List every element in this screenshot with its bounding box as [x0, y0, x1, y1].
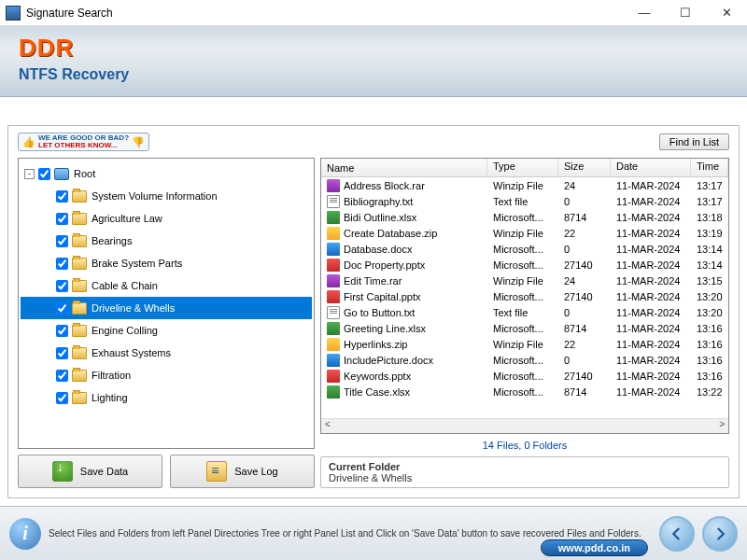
file-time: 13:16 [691, 323, 728, 334]
thumb-down-icon: 👎 [132, 137, 145, 147]
list-row[interactable]: Doc Property.pptxMicrosoft...2714011-MAR… [321, 257, 728, 273]
file-name: Keywords.pptx [344, 371, 411, 382]
minimize-button[interactable]: — [624, 0, 665, 26]
file-date: 11-MAR-2024 [611, 339, 691, 350]
maximize-button[interactable]: ☐ [665, 0, 706, 26]
file-type: Microsoft... [487, 323, 558, 334]
tree-item[interactable]: System Volume Information [21, 185, 312, 207]
tree-item[interactable]: Agriculture Law [21, 207, 312, 230]
tree-checkbox[interactable] [56, 235, 68, 247]
file-date: 11-MAR-2024 [611, 371, 691, 382]
file-size: 27140 [558, 371, 611, 382]
tree-item-label: Exhaust Systems [92, 347, 171, 358]
tree-checkbox[interactable] [56, 213, 68, 225]
feedback-badge[interactable]: 👍 WE ARE GOOD OR BAD? LET OTHERS KNOW...… [18, 133, 149, 151]
tree-checkbox[interactable] [56, 325, 68, 337]
list-row[interactable]: Address Block.rarWinzip File2411-MAR-202… [321, 177, 728, 193]
list-row[interactable]: Keywords.pptxMicrosoft...2714011-MAR-202… [321, 368, 728, 384]
file-type: Microsoft... [487, 355, 558, 366]
right-panel: Name Type Size Date Time Address Block.r… [320, 158, 729, 488]
file-type: Winzip File [487, 275, 558, 287]
nav-prev-button[interactable] [659, 516, 695, 552]
collapse-icon[interactable]: - [24, 169, 35, 179]
tree-checkbox[interactable] [56, 347, 68, 359]
list-row[interactable]: Bibliography.txtText file011-MAR-202413:… [321, 193, 728, 209]
save-log-button[interactable]: Save Log [170, 455, 315, 488]
file-txt-icon [327, 195, 340, 208]
tree-checkbox[interactable] [56, 258, 68, 270]
tree-checkbox[interactable] [56, 302, 68, 315]
list-row[interactable]: First Capital.pptxMicrosoft...2714011-MA… [321, 288, 728, 304]
list-row[interactable]: Database.docxMicrosoft...011-MAR-202413:… [321, 241, 728, 257]
tree-item-label: Engine Colling [92, 325, 158, 336]
horizontal-scrollbar[interactable]: < > [321, 418, 728, 433]
file-name: Database.docx [344, 244, 412, 255]
list-row[interactable]: Hyperlinks.zipWinzip File2211-MAR-202413… [321, 336, 728, 352]
tree-item[interactable]: Cable & Chain [21, 274, 312, 297]
tree-item[interactable]: Brake System Parts [21, 252, 312, 274]
file-name: IncludePicture.docx [344, 355, 433, 366]
file-pptx-icon [327, 290, 340, 303]
scroll-right-icon[interactable]: > [715, 419, 728, 433]
tree-checkbox[interactable] [56, 370, 68, 382]
file-docx-icon [327, 354, 340, 367]
file-time: 13:14 [691, 259, 728, 271]
file-name: Edit Time.rar [344, 275, 402, 287]
col-header-size[interactable]: Size [558, 159, 611, 176]
file-size: 8714 [558, 386, 611, 398]
file-size: 24 [558, 275, 611, 287]
footer: i Select Files and Folders from left Pan… [0, 506, 747, 560]
col-header-date[interactable]: Date [611, 159, 691, 176]
brand-logo: DDR [19, 34, 728, 63]
tree-item[interactable]: Lighting [21, 386, 312, 409]
list-row[interactable]: Bidi Outline.xlsxMicrosoft...871411-MAR-… [321, 209, 728, 225]
col-header-name[interactable]: Name [321, 159, 487, 176]
file-pptx-icon [327, 370, 340, 383]
file-time: 13:20 [691, 291, 728, 302]
list-row[interactable]: Create Database.zipWinzip File2211-MAR-2… [321, 225, 728, 241]
list-row[interactable]: IncludePicture.docxMicrosoft...011-MAR-2… [321, 352, 728, 368]
file-size: 0 [558, 196, 611, 207]
file-name: Doc Property.pptx [344, 259, 425, 271]
save-data-label: Save Data [80, 466, 128, 477]
footer-hint: Select Files and Folders from left Panel… [49, 527, 652, 539]
tree-root[interactable]: -Root [21, 162, 312, 185]
file-date: 11-MAR-2024 [611, 323, 691, 334]
list-row[interactable]: Greeting Line.xlsxMicrosoft...871411-MAR… [321, 320, 728, 336]
tree-item-label: Lighting [92, 392, 128, 403]
folder-icon [72, 347, 87, 359]
list-row[interactable]: Title Case.xlsxMicrosoft...871411-MAR-20… [321, 384, 728, 399]
tree-item[interactable]: Driveline & Whells [21, 297, 312, 319]
tree-item[interactable]: Filtration [21, 364, 312, 386]
file-name: Hyperlinks.zip [344, 339, 407, 350]
file-date: 11-MAR-2024 [611, 228, 691, 239]
list-header: Name Type Size Date Time [321, 159, 728, 177]
tree-item[interactable]: Bearings [21, 230, 312, 252]
info-icon: i [9, 518, 41, 550]
tree-item[interactable]: Engine Colling [21, 319, 312, 342]
tree-root-label: Root [74, 168, 95, 179]
folder-tree[interactable]: -RootSystem Volume InformationAgricultur… [18, 158, 315, 449]
file-size: 0 [558, 307, 611, 318]
save-data-button[interactable]: Save Data [18, 455, 162, 488]
list-row[interactable]: Go to Button.txtText file011-MAR-202413:… [321, 304, 728, 320]
tree-checkbox[interactable] [56, 190, 68, 203]
list-row[interactable]: Edit Time.rarWinzip File2411-MAR-202413:… [321, 273, 728, 288]
list-body[interactable]: Address Block.rarWinzip File2411-MAR-202… [321, 177, 728, 418]
file-type: Text file [487, 307, 558, 318]
close-button[interactable]: ✕ [706, 0, 747, 26]
tree-checkbox[interactable] [38, 168, 50, 180]
current-folder-label: Current Folder [329, 461, 721, 472]
nav-next-button[interactable] [702, 516, 738, 552]
tree-checkbox[interactable] [56, 280, 68, 292]
col-header-type[interactable]: Type [487, 159, 558, 176]
scroll-left-icon[interactable]: < [321, 419, 334, 433]
file-type: Microsoft... [487, 259, 558, 271]
col-header-time[interactable]: Time [691, 159, 728, 176]
file-name: Go to Button.txt [344, 307, 415, 318]
file-time: 13:16 [691, 355, 728, 366]
find-in-list-button[interactable]: Find in List [659, 133, 729, 150]
url-pill[interactable]: www.pdd.co.in [541, 539, 648, 556]
tree-checkbox[interactable] [56, 392, 68, 404]
tree-item[interactable]: Exhaust Systems [21, 342, 312, 364]
